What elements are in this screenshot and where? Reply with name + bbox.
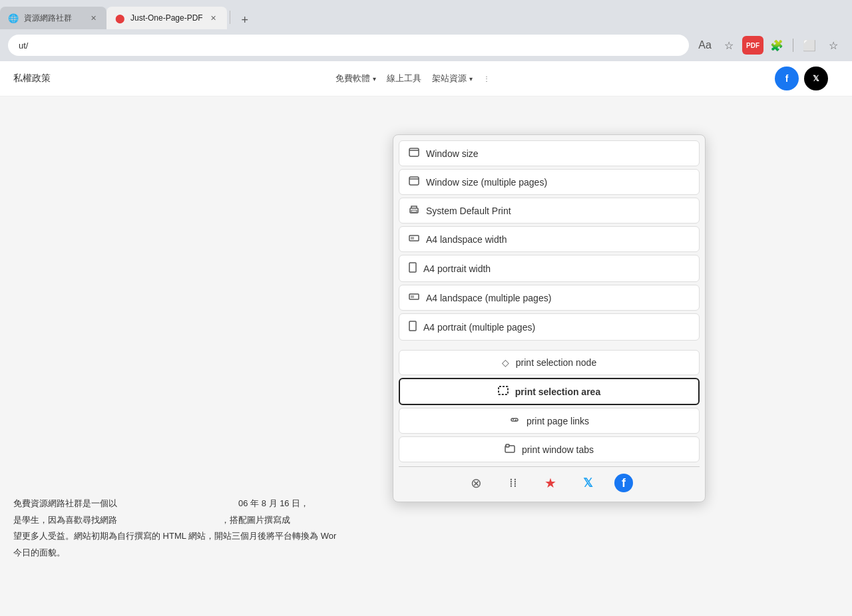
menu-item-label: A4 landspace (multiple pages) (426, 293, 551, 303)
menu-item-a4-portrait[interactable]: A4 portrait width (399, 255, 700, 282)
menu-item-system-default[interactable]: System Default Print (399, 198, 700, 224)
url-text: ut/ (19, 41, 28, 51)
star-icon[interactable]: ☆ (718, 35, 740, 56)
tab-1-favicon: 🌐 (8, 13, 19, 23)
dropdown-menu: Window size Window size (multiple pages) (393, 134, 706, 502)
printer-icon (409, 205, 419, 216)
dropdown-bottom-toolbar: ⊗ ⁞⁞ ★ 𝕏 f (399, 466, 700, 496)
window-icon (409, 148, 419, 159)
reading-list-icon[interactable]: ☆ (823, 35, 844, 56)
browser-chrome: 🌐 資源網路社群 ✕ ⬤ Just-One-Page-PDF ✕ + ut/ A… (0, 0, 852, 61)
pdf-button[interactable]: PDF (742, 36, 763, 55)
tabs-icon (505, 444, 515, 455)
svg-rect-5 (411, 210, 417, 212)
tab-1-close[interactable]: ✕ (88, 13, 99, 23)
page-content: 私權政策 免費軟體 ▾ 線上工具 架站資源 ▾ ⋮ f 𝕏 免費資源網路社群是一… (0, 61, 852, 616)
twitter-icon[interactable]: 𝕏 (577, 472, 598, 494)
svg-rect-0 (409, 148, 419, 156)
menu-item-label: print window tabs (522, 444, 594, 455)
add-tab-button[interactable]: + (236, 11, 254, 29)
menu-item-label: print page links (527, 416, 589, 426)
menu-item-label: print selection node (516, 357, 596, 368)
nav-item-online-tools[interactable]: 線上工具 (387, 73, 421, 84)
spacer (833, 67, 839, 90)
diamond-icon: ◇ (502, 357, 509, 368)
privacy-link[interactable]: 私權政策 (13, 73, 51, 84)
page-nav-bar: 私權政策 免費軟體 ▾ 線上工具 架站資源 ▾ ⋮ f 𝕏 (0, 61, 852, 96)
menu-section-print: ◇ print selection node print selection a… (399, 350, 700, 462)
tab-2-favicon: ⬤ (114, 13, 125, 23)
link-icon (509, 415, 520, 426)
arrow-down-icon: ▾ (373, 75, 376, 82)
tab-2-title: Just-One-Page-PDF (130, 13, 203, 23)
social-icons: f 𝕏 (775, 67, 839, 90)
page-text-content: 免費資源網路社群是一個以 06 年 8 月 16 日， 是學生，因為喜歡尋找網路… (13, 496, 839, 561)
portrait-icon (409, 262, 417, 275)
portrait-multiple-icon (409, 321, 417, 333)
svg-rect-10 (411, 295, 414, 298)
tab-2[interactable]: ⬤ Just-One-Page-PDF ✕ (106, 7, 227, 29)
x-twitter-icon[interactable]: 𝕏 (804, 67, 828, 90)
close-icon[interactable]: ⊗ (465, 472, 487, 494)
nav-item-free-software[interactable]: 免費軟體 ▾ (335, 73, 376, 84)
nav-items: 免費軟體 ▾ 線上工具 架站資源 ▾ ⋮ (335, 73, 490, 84)
window-multiple-icon (409, 176, 419, 188)
page-text-line-2: 是學生，因為喜歡尋找網路 ，搭配圖片撰寫成 (13, 512, 839, 529)
text-cursor-icon[interactable]: Aa (694, 35, 716, 56)
svg-rect-8 (409, 263, 416, 272)
svg-rect-2 (409, 177, 419, 185)
menu-item-label: System Default Print (426, 206, 511, 216)
menu-item-label: Window size (multiple pages) (426, 177, 547, 188)
menu-item-print-selection-node[interactable]: ◇ print selection node (399, 350, 700, 375)
tab-1[interactable]: 🌐 資源網路社群 ✕ (0, 7, 106, 29)
selection-icon (498, 386, 509, 397)
menu-item-print-window-tabs[interactable]: print window tabs (399, 436, 700, 462)
toolbar-icons: Aa ☆ PDF 🧩 ⬜ ☆ (694, 35, 844, 56)
svg-rect-7 (411, 237, 414, 239)
facebook-share-icon[interactable]: f (614, 474, 633, 492)
toolbar-separator (793, 39, 793, 52)
menu-item-label: Window size (426, 148, 479, 159)
settings-icon[interactable]: ⁞⁞ (503, 472, 524, 494)
menu-item-label: A4 portrait width (423, 263, 491, 274)
star-filled-icon[interactable]: ★ (540, 472, 561, 494)
more-icon[interactable]: ⋮ (483, 75, 490, 82)
facebook-icon[interactable]: f (775, 67, 799, 90)
menu-item-label: A4 portrait (multiple pages) (423, 322, 535, 333)
menu-item-print-page-links[interactable]: print page links (399, 408, 700, 434)
tab-separator (230, 11, 230, 24)
svg-rect-11 (409, 321, 416, 331)
menu-item-print-selection-area[interactable]: print selection area (399, 378, 700, 405)
menu-divider-1 (399, 345, 700, 350)
menu-item-window-size-multiple[interactable]: Window size (multiple pages) (399, 169, 700, 195)
url-input[interactable]: ut/ (8, 35, 689, 56)
svg-rect-14 (506, 444, 509, 447)
tab-2-close[interactable]: ✕ (208, 13, 219, 23)
landscape-multiple-icon (409, 292, 419, 303)
page-text-line-4: 今日的面貌。 (13, 545, 839, 561)
split-view-icon[interactable]: ⬜ (799, 35, 820, 56)
svg-rect-12 (499, 386, 508, 394)
menu-item-window-size[interactable]: Window size (399, 140, 700, 166)
menu-item-a4-portrait-multiple[interactable]: A4 portrait (multiple pages) (399, 313, 700, 341)
menu-item-label: A4 landspace width (426, 234, 507, 245)
menu-item-a4-landscape-multiple[interactable]: A4 landspace (multiple pages) (399, 285, 700, 311)
menu-item-a4-landscape[interactable]: A4 landspace width (399, 226, 700, 252)
menu-section-size: Window size Window size (multiple pages) (399, 140, 700, 341)
nav-item-site-resources[interactable]: 架站資源 ▾ (432, 73, 473, 84)
address-bar: ut/ Aa ☆ PDF 🧩 ⬜ ☆ (0, 29, 852, 61)
menu-item-label: print selection area (515, 386, 600, 397)
tab-1-title: 資源網路社群 (24, 13, 83, 24)
landscape-icon (409, 233, 419, 245)
tab-bar: 🌐 資源網路社群 ✕ ⬤ Just-One-Page-PDF ✕ + (0, 0, 852, 29)
page-text-line-3: 望更多人受益。網站初期為自行撰寫的 HTML 網站，開站三個月後將平台轉換為 W… (13, 528, 839, 545)
extensions-icon[interactable]: 🧩 (766, 35, 787, 56)
arrow-down-icon-2: ▾ (469, 75, 473, 82)
